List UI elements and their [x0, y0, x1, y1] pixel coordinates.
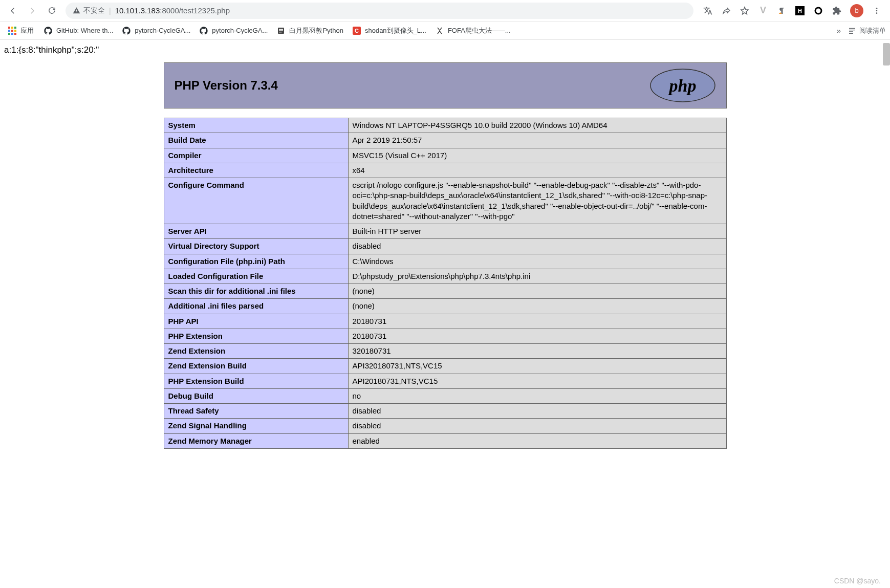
bookmarks-bar: 应用 GitHub: Where th...pytorch-CycleGA...…: [0, 21, 890, 40]
row-value: Built-in HTTP server: [348, 224, 726, 239]
bookmark-item[interactable]: FOFA爬虫大法——...: [431, 24, 515, 37]
bookmark-item[interactable]: Cshodan到摄像头_L...: [349, 24, 430, 37]
table-row: Zend Signal Handlingdisabled: [164, 419, 726, 433]
row-key: Configuration File (php.ini) Path: [164, 254, 348, 269]
row-value: no: [348, 388, 726, 403]
table-row: PHP Extension BuildAPI20180731,NTS,VC15: [164, 374, 726, 388]
bookmark-label: pytorch-CycleGA...: [212, 27, 268, 34]
raw-php-output: a:1:{s:8:"thinkphp";s:20:": [0, 40, 890, 62]
row-key: Scan this dir for additional .ini files: [164, 284, 348, 299]
row-key: Server API: [164, 224, 348, 239]
table-row: Scan this dir for additional .ini files(…: [164, 284, 726, 299]
table-row: Thread Safetydisabled: [164, 404, 726, 419]
address-bar[interactable]: 不安全 | 10.101.3.183:8000/test12325.php: [66, 3, 693, 19]
reload-button[interactable]: [43, 2, 60, 19]
profile-avatar[interactable]: b: [850, 4, 863, 17]
php-version-title: PHP Version 7.3.4: [175, 78, 278, 93]
svg-rect-5: [279, 29, 283, 29]
row-key: Zend Signal Handling: [164, 419, 348, 433]
table-row: Build DateApr 2 2019 21:50:57: [164, 133, 726, 148]
browser-toolbar: 不安全 | 10.101.3.183:8000/test12325.php V …: [0, 0, 890, 21]
translate-icon[interactable]: [703, 6, 713, 16]
row-key: PHP Extension Build: [164, 374, 348, 388]
table-row: PHP API20180731: [164, 314, 726, 329]
row-value: 20180731: [348, 314, 726, 329]
row-value: disabled: [348, 404, 726, 419]
table-row: PHP Extension20180731: [164, 329, 726, 343]
bookmark-label: shodan到摄像头_L...: [365, 26, 426, 35]
row-value: disabled: [348, 239, 726, 254]
phpinfo-table: SystemWindows NT LAPTOP-P4SSGRQ5 10.0 bu…: [164, 118, 727, 449]
table-row: Debug Buildno: [164, 388, 726, 403]
table-row: Zend Extension320180731: [164, 344, 726, 359]
url-text: 10.101.3.183:8000/test12325.php: [115, 6, 230, 15]
row-value: disabled: [348, 419, 726, 433]
table-row: SystemWindows NT LAPTOP-P4SSGRQ5 10.0 bu…: [164, 118, 726, 133]
apps-button[interactable]: 应用: [4, 24, 38, 37]
row-key: Additional .ini files parsed: [164, 299, 348, 314]
svg-point-1: [876, 8, 878, 9]
row-key: Compiler: [164, 148, 348, 163]
row-value: MSVC15 (Visual C++ 2017): [348, 148, 726, 163]
bookmark-icon: [122, 27, 131, 35]
bookmark-item[interactable]: pytorch-CycleGA...: [118, 24, 194, 37]
row-key: Configure Command: [164, 178, 348, 224]
row-value: API320180731,NTS,VC15: [348, 359, 726, 374]
toolbar-icon-group: V H b: [699, 4, 886, 17]
svg-rect-6: [279, 30, 283, 31]
table-row: CompilerMSVC15 (Visual C++ 2017): [164, 148, 726, 163]
insecure-warning-icon: 不安全: [73, 6, 105, 15]
svg-point-3: [876, 12, 878, 14]
php-logo-icon: php: [649, 68, 716, 103]
ext-pilcrow-icon[interactable]: [776, 6, 787, 16]
row-value: cscript /nologo configure.js "--enable-s…: [348, 178, 726, 224]
star-icon[interactable]: [740, 6, 750, 16]
row-value: Apr 2 2019 21:50:57: [348, 133, 726, 148]
table-row: Loaded Configuration FileD:\phpstudy_pro…: [164, 269, 726, 284]
page-viewport: a:1:{s:8:"thinkphp";s:20:" PHP Version 7…: [0, 40, 890, 458]
bookmark-icon: [277, 27, 285, 35]
bookmark-item[interactable]: pytorch-CycleGA...: [196, 24, 272, 37]
row-key: Debug Build: [164, 388, 348, 403]
ext-circle-icon[interactable]: [813, 6, 823, 16]
row-key: PHP Extension: [164, 329, 348, 343]
row-value: (none): [348, 284, 726, 299]
svg-point-2: [876, 10, 878, 11]
svg-text:php: php: [667, 76, 696, 95]
phpinfo-header: PHP Version 7.3.4 php: [164, 62, 727, 108]
scrollbar-thumb[interactable]: [883, 43, 890, 66]
reading-list-icon: [848, 27, 856, 35]
row-key: Zend Extension Build: [164, 359, 348, 374]
bookmark-icon: [200, 27, 208, 35]
row-value: C:\Windows: [348, 254, 726, 269]
apps-label: 应用: [20, 26, 34, 35]
table-row: Architecturex64: [164, 163, 726, 178]
row-key: Zend Memory Manager: [164, 433, 348, 448]
forward-button[interactable]: [24, 2, 41, 19]
row-key: Architecture: [164, 163, 348, 178]
bookmarks-overflow[interactable]: »: [837, 26, 841, 35]
row-value: enabled: [348, 433, 726, 448]
bookmark-item[interactable]: 白月黑羽教Python: [273, 24, 347, 37]
menu-icon[interactable]: [872, 6, 882, 16]
bookmark-item[interactable]: GitHub: Where th...: [40, 24, 117, 37]
insecure-label: 不安全: [83, 6, 105, 15]
row-value: API20180731,NTS,VC15: [348, 374, 726, 388]
share-icon[interactable]: [721, 6, 731, 16]
row-key: PHP API: [164, 314, 348, 329]
back-button[interactable]: [4, 2, 21, 19]
bookmark-icon: [44, 27, 52, 35]
bookmark-label: 白月黑羽教Python: [289, 26, 343, 35]
row-key: Build Date: [164, 133, 348, 148]
ext-h-icon[interactable]: H: [795, 6, 805, 16]
row-key: Thread Safety: [164, 404, 348, 419]
svg-point-0: [815, 8, 821, 14]
bookmark-label: GitHub: Where th...: [56, 27, 113, 34]
row-key: Zend Extension: [164, 344, 348, 359]
extensions-icon[interactable]: [832, 6, 842, 16]
reading-list-button[interactable]: 阅读清单: [848, 26, 886, 35]
apps-icon: [8, 27, 16, 35]
table-row: Zend Extension BuildAPI320180731,NTS,VC1…: [164, 359, 726, 374]
row-value: 20180731: [348, 329, 726, 343]
ext-v-icon[interactable]: V: [758, 6, 768, 16]
